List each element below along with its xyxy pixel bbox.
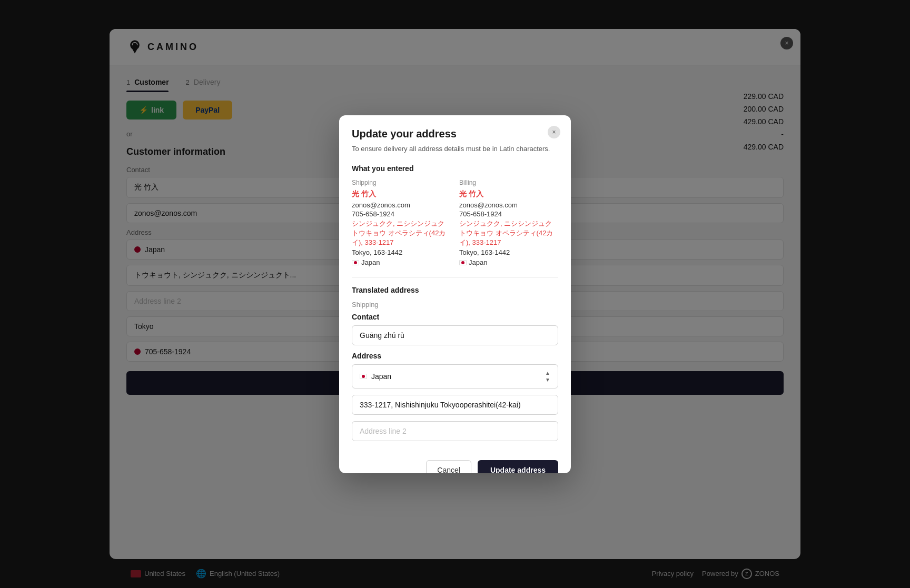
- address-line2-input[interactable]: [352, 421, 558, 441]
- modal-header: Update your address × To ensure delivery…: [339, 115, 571, 154]
- country-value: Japan: [371, 372, 391, 381]
- contact-section-label: Contact: [352, 313, 558, 321]
- modal-subtitle: To ensure delivery all address details m…: [352, 144, 558, 154]
- shipping-flag-icon: [352, 260, 359, 265]
- modal-title: Update your address: [352, 128, 558, 140]
- shipping-name: 光 竹入: [352, 190, 451, 199]
- address-section-label: Address: [352, 352, 558, 360]
- contact-input[interactable]: [352, 325, 558, 345]
- billing-flag-icon: [459, 260, 467, 265]
- billing-phone: 705-658-1924: [459, 210, 558, 218]
- shipping-email: zonos@zonos.com: [352, 201, 451, 209]
- modal-close-button[interactable]: ×: [548, 126, 560, 138]
- billing-name: 光 竹入: [459, 190, 558, 199]
- billing-col-header: Billing: [459, 179, 558, 186]
- shipping-address-red: シンジュクク, ニシシンジュクトウキョウ オペラシティ(42カイ), 333-1…: [352, 219, 451, 248]
- country-selector[interactable]: Japan ▲ ▼: [352, 364, 558, 388]
- shipping-city-postal: Tokyo, 163-1442: [352, 248, 451, 256]
- update-address-button[interactable]: Update address: [478, 460, 558, 473]
- modal-body: What you entered Shipping 光 竹入 zonos@zon…: [339, 164, 571, 473]
- section-divider: [352, 277, 558, 277]
- update-address-modal: Update your address × To ensure delivery…: [339, 115, 571, 473]
- chevron-updown-icon: ▲ ▼: [545, 370, 550, 383]
- shipping-sublabel: Shipping: [352, 301, 558, 308]
- billing-address-red: シンジュクク, ニシシンジュクトウキョウ オペラシティ(42カイ), 333-1…: [459, 219, 558, 248]
- modal-footer-buttons: Cancel Update address: [352, 456, 558, 473]
- shipping-phone: 705-658-1924: [352, 210, 451, 218]
- billing-email: zonos@zonos.com: [459, 201, 558, 209]
- translated-address-label: Translated address: [352, 286, 558, 294]
- billing-city-postal: Tokyo, 163-1442: [459, 248, 558, 256]
- translated-address-section: Translated address Shipping Contact Addr…: [352, 286, 558, 447]
- address-line1-input[interactable]: [352, 395, 558, 415]
- address-columns: Shipping 光 竹入 zonos@zonos.com 705-658-19…: [352, 179, 558, 267]
- billing-country: Japan: [459, 258, 558, 266]
- what-you-entered-label: What you entered: [352, 164, 558, 173]
- country-flag-icon: [360, 374, 367, 379]
- cancel-button[interactable]: Cancel: [426, 460, 471, 473]
- shipping-country: Japan: [352, 258, 451, 266]
- billing-column: Billing 光 竹入 zonos@zonos.com 705-658-192…: [459, 179, 558, 267]
- shipping-col-header: Shipping: [352, 179, 451, 186]
- shipping-column: Shipping 光 竹入 zonos@zonos.com 705-658-19…: [352, 179, 451, 267]
